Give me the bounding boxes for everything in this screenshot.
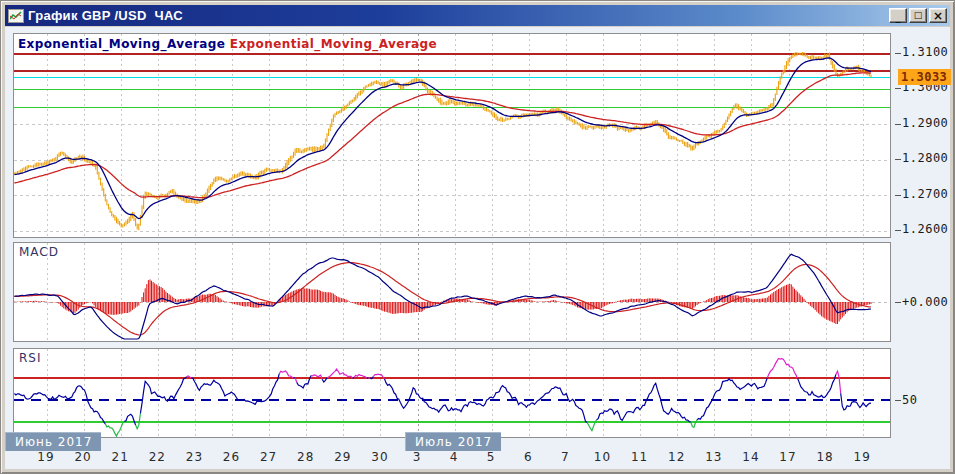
x-axis-date-label: 19: [854, 450, 871, 464]
price-tick-mark: [895, 88, 901, 89]
macd-axis-label: +0.000: [902, 295, 948, 309]
x-axis-date-label: 14: [742, 450, 759, 464]
x-axis-date-label: 11: [631, 450, 648, 464]
ema-legend: Exponential_Moving_Average Exponential_M…: [18, 37, 437, 51]
price-tick-mark: [895, 124, 901, 125]
chart-icon[interactable]: [8, 9, 24, 23]
price-tick-label: 1.2800: [902, 151, 955, 165]
x-axis-date-label: 20: [74, 450, 91, 464]
minimize-button[interactable]: _: [889, 8, 907, 23]
price-tick-mark: [895, 159, 901, 160]
price-tick-label: 1.2900: [902, 116, 955, 130]
x-axis-date-label: 10: [594, 450, 611, 464]
rsi-axis-label: 50: [902, 393, 917, 407]
x-axis-date-label: 30: [371, 450, 388, 464]
macd-panel[interactable]: MACD: [13, 242, 891, 342]
ema-slow-legend-label: Exponential_Moving_Average: [230, 37, 437, 51]
price-tick-label: 1.2700: [902, 187, 955, 201]
price-tick-mark: [895, 195, 901, 196]
x-axis-date-label: 7: [561, 450, 570, 464]
month-badge-july: Июль 2017: [405, 432, 501, 451]
ema-fast-legend-label: Exponential_Moving_Average: [18, 37, 225, 51]
month-badge-june: Июнь 2017: [5, 432, 101, 451]
x-axis-date-label: 17: [779, 450, 796, 464]
x-axis-date-label: 26: [223, 450, 240, 464]
x-axis-date-label: 18: [816, 450, 833, 464]
price-tick-mark: [895, 230, 901, 231]
price-tick-label: 1.2600: [902, 222, 955, 236]
close-button[interactable]: ×: [929, 8, 947, 23]
x-axis-date-label: 13: [705, 450, 722, 464]
x-axis-date-label: 6: [524, 450, 533, 464]
titlebar[interactable]: График GBP /USD ЧАС _ □ ×: [5, 5, 950, 26]
x-axis-date-label: 21: [112, 450, 129, 464]
price-chart-panel[interactable]: Exponential_Moving_Average Exponential_M…: [13, 33, 891, 238]
price-tick-label: 1.3100: [902, 45, 955, 59]
x-axis-date-label: 29: [334, 450, 351, 464]
x-axis-date-label: 12: [668, 450, 685, 464]
x-axis-date-label: 5: [487, 450, 496, 464]
x-axis-date-label: 27: [260, 450, 277, 464]
window-title: График GBP /USD ЧАС: [28, 8, 889, 23]
x-axis-date-label: 3: [413, 450, 422, 464]
x-axis-date-label: 28: [297, 450, 314, 464]
x-axis-date-label: 23: [186, 450, 203, 464]
maximize-button[interactable]: □: [909, 8, 927, 23]
current-price-badge: 1.3033: [898, 69, 951, 85]
price-tick-mark: [895, 53, 901, 54]
client-area: Exponential_Moving_Average Exponential_M…: [5, 27, 950, 469]
rsi-label: RSI: [19, 351, 42, 365]
macd-label: MACD: [19, 245, 59, 259]
x-axis-date-label: 4: [450, 450, 459, 464]
x-axis-date-label: 22: [149, 450, 166, 464]
x-axis-date-label: 19: [37, 450, 54, 464]
rsi-panel[interactable]: RSI: [13, 348, 891, 438]
chart-window: График GBP /USD ЧАС _ □ × Exponential_Mo…: [0, 0, 955, 474]
